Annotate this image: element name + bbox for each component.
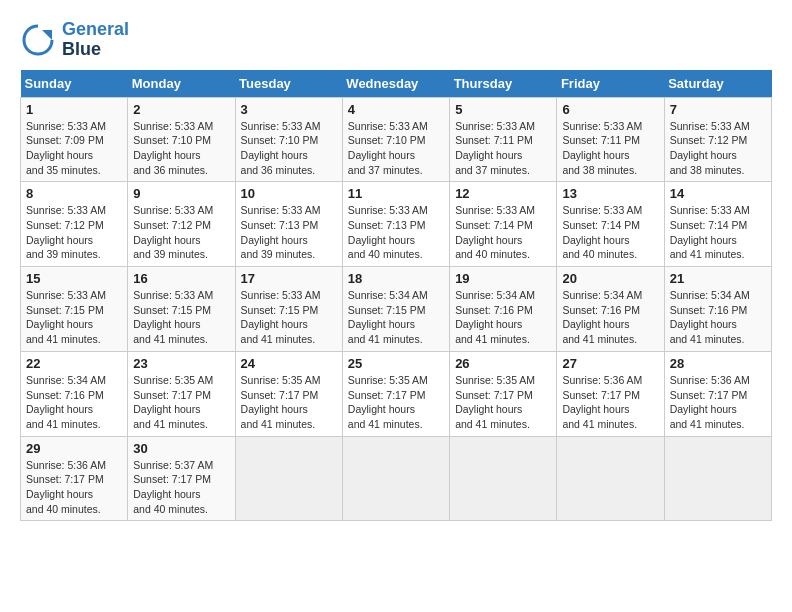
calendar-cell: 27 Sunrise: 5:36 AM Sunset: 7:17 PM Dayl… (557, 351, 664, 436)
day-info: Sunrise: 5:34 AM Sunset: 7:15 PM Dayligh… (348, 288, 444, 347)
day-number: 16 (133, 271, 229, 286)
day-info: Sunrise: 5:33 AM Sunset: 7:15 PM Dayligh… (241, 288, 337, 347)
day-info: Sunrise: 5:33 AM Sunset: 7:14 PM Dayligh… (455, 203, 551, 262)
calendar-cell: 6 Sunrise: 5:33 AM Sunset: 7:11 PM Dayli… (557, 97, 664, 182)
logo-text: GeneralBlue (62, 20, 129, 60)
day-info: Sunrise: 5:34 AM Sunset: 7:16 PM Dayligh… (455, 288, 551, 347)
day-info: Sunrise: 5:33 AM Sunset: 7:15 PM Dayligh… (133, 288, 229, 347)
day-info: Sunrise: 5:33 AM Sunset: 7:14 PM Dayligh… (670, 203, 766, 262)
day-info: Sunrise: 5:33 AM Sunset: 7:10 PM Dayligh… (348, 119, 444, 178)
weekday-header-friday: Friday (557, 70, 664, 98)
calendar-cell: 15 Sunrise: 5:33 AM Sunset: 7:15 PM Dayl… (21, 267, 128, 352)
weekday-header-monday: Monday (128, 70, 235, 98)
calendar-cell: 2 Sunrise: 5:33 AM Sunset: 7:10 PM Dayli… (128, 97, 235, 182)
day-number: 3 (241, 102, 337, 117)
day-number: 5 (455, 102, 551, 117)
day-info: Sunrise: 5:35 AM Sunset: 7:17 PM Dayligh… (348, 373, 444, 432)
day-number: 10 (241, 186, 337, 201)
day-info: Sunrise: 5:33 AM Sunset: 7:13 PM Dayligh… (348, 203, 444, 262)
calendar-cell: 25 Sunrise: 5:35 AM Sunset: 7:17 PM Dayl… (342, 351, 449, 436)
calendar-cell: 12 Sunrise: 5:33 AM Sunset: 7:14 PM Dayl… (450, 182, 557, 267)
day-info: Sunrise: 5:33 AM Sunset: 7:12 PM Dayligh… (670, 119, 766, 178)
day-number: 14 (670, 186, 766, 201)
day-number: 28 (670, 356, 766, 371)
calendar-cell: 24 Sunrise: 5:35 AM Sunset: 7:17 PM Dayl… (235, 351, 342, 436)
calendar-cell (450, 436, 557, 521)
day-info: Sunrise: 5:33 AM Sunset: 7:10 PM Dayligh… (241, 119, 337, 178)
day-info: Sunrise: 5:35 AM Sunset: 7:17 PM Dayligh… (455, 373, 551, 432)
calendar-cell: 22 Sunrise: 5:34 AM Sunset: 7:16 PM Dayl… (21, 351, 128, 436)
calendar-cell: 29 Sunrise: 5:36 AM Sunset: 7:17 PM Dayl… (21, 436, 128, 521)
calendar-cell: 4 Sunrise: 5:33 AM Sunset: 7:10 PM Dayli… (342, 97, 449, 182)
calendar-cell: 21 Sunrise: 5:34 AM Sunset: 7:16 PM Dayl… (664, 267, 771, 352)
day-number: 23 (133, 356, 229, 371)
calendar-cell: 28 Sunrise: 5:36 AM Sunset: 7:17 PM Dayl… (664, 351, 771, 436)
calendar-cell: 19 Sunrise: 5:34 AM Sunset: 7:16 PM Dayl… (450, 267, 557, 352)
day-number: 26 (455, 356, 551, 371)
calendar-cell: 20 Sunrise: 5:34 AM Sunset: 7:16 PM Dayl… (557, 267, 664, 352)
calendar-week-3: 15 Sunrise: 5:33 AM Sunset: 7:15 PM Dayl… (21, 267, 772, 352)
calendar-cell: 11 Sunrise: 5:33 AM Sunset: 7:13 PM Dayl… (342, 182, 449, 267)
day-info: Sunrise: 5:37 AM Sunset: 7:17 PM Dayligh… (133, 458, 229, 517)
weekday-header-sunday: Sunday (21, 70, 128, 98)
day-number: 24 (241, 356, 337, 371)
day-info: Sunrise: 5:34 AM Sunset: 7:16 PM Dayligh… (562, 288, 658, 347)
day-info: Sunrise: 5:33 AM Sunset: 7:14 PM Dayligh… (562, 203, 658, 262)
day-number: 19 (455, 271, 551, 286)
calendar-cell (342, 436, 449, 521)
day-info: Sunrise: 5:33 AM Sunset: 7:13 PM Dayligh… (241, 203, 337, 262)
calendar-cell (557, 436, 664, 521)
day-info: Sunrise: 5:34 AM Sunset: 7:16 PM Dayligh… (670, 288, 766, 347)
calendar-table: SundayMondayTuesdayWednesdayThursdayFrid… (20, 70, 772, 522)
day-info: Sunrise: 5:33 AM Sunset: 7:10 PM Dayligh… (133, 119, 229, 178)
day-info: Sunrise: 5:35 AM Sunset: 7:17 PM Dayligh… (241, 373, 337, 432)
calendar-cell (664, 436, 771, 521)
calendar-cell: 30 Sunrise: 5:37 AM Sunset: 7:17 PM Dayl… (128, 436, 235, 521)
calendar-cell: 9 Sunrise: 5:33 AM Sunset: 7:12 PM Dayli… (128, 182, 235, 267)
day-number: 27 (562, 356, 658, 371)
day-info: Sunrise: 5:36 AM Sunset: 7:17 PM Dayligh… (562, 373, 658, 432)
calendar-cell: 18 Sunrise: 5:34 AM Sunset: 7:15 PM Dayl… (342, 267, 449, 352)
day-info: Sunrise: 5:33 AM Sunset: 7:11 PM Dayligh… (455, 119, 551, 178)
calendar-cell: 1 Sunrise: 5:33 AM Sunset: 7:09 PM Dayli… (21, 97, 128, 182)
day-number: 20 (562, 271, 658, 286)
day-info: Sunrise: 5:33 AM Sunset: 7:11 PM Dayligh… (562, 119, 658, 178)
day-info: Sunrise: 5:33 AM Sunset: 7:09 PM Dayligh… (26, 119, 122, 178)
logo: GeneralBlue (20, 20, 129, 60)
calendar-week-5: 29 Sunrise: 5:36 AM Sunset: 7:17 PM Dayl… (21, 436, 772, 521)
day-number: 1 (26, 102, 122, 117)
day-number: 29 (26, 441, 122, 456)
day-number: 21 (670, 271, 766, 286)
svg-marker-1 (42, 30, 52, 40)
day-number: 7 (670, 102, 766, 117)
day-number: 2 (133, 102, 229, 117)
calendar-cell: 10 Sunrise: 5:33 AM Sunset: 7:13 PM Dayl… (235, 182, 342, 267)
day-number: 4 (348, 102, 444, 117)
calendar-cell: 17 Sunrise: 5:33 AM Sunset: 7:15 PM Dayl… (235, 267, 342, 352)
day-number: 18 (348, 271, 444, 286)
day-info: Sunrise: 5:34 AM Sunset: 7:16 PM Dayligh… (26, 373, 122, 432)
logo-icon (20, 22, 56, 58)
day-info: Sunrise: 5:36 AM Sunset: 7:17 PM Dayligh… (670, 373, 766, 432)
day-number: 12 (455, 186, 551, 201)
calendar-cell: 13 Sunrise: 5:33 AM Sunset: 7:14 PM Dayl… (557, 182, 664, 267)
calendar-week-2: 8 Sunrise: 5:33 AM Sunset: 7:12 PM Dayli… (21, 182, 772, 267)
calendar-cell: 8 Sunrise: 5:33 AM Sunset: 7:12 PM Dayli… (21, 182, 128, 267)
calendar-cell: 14 Sunrise: 5:33 AM Sunset: 7:14 PM Dayl… (664, 182, 771, 267)
weekday-header-tuesday: Tuesday (235, 70, 342, 98)
calendar-cell: 16 Sunrise: 5:33 AM Sunset: 7:15 PM Dayl… (128, 267, 235, 352)
calendar-cell: 23 Sunrise: 5:35 AM Sunset: 7:17 PM Dayl… (128, 351, 235, 436)
day-info: Sunrise: 5:36 AM Sunset: 7:17 PM Dayligh… (26, 458, 122, 517)
day-number: 11 (348, 186, 444, 201)
calendar-week-4: 22 Sunrise: 5:34 AM Sunset: 7:16 PM Dayl… (21, 351, 772, 436)
day-number: 9 (133, 186, 229, 201)
weekday-header-thursday: Thursday (450, 70, 557, 98)
day-info: Sunrise: 5:35 AM Sunset: 7:17 PM Dayligh… (133, 373, 229, 432)
day-number: 13 (562, 186, 658, 201)
weekday-header-wednesday: Wednesday (342, 70, 449, 98)
day-number: 15 (26, 271, 122, 286)
day-info: Sunrise: 5:33 AM Sunset: 7:12 PM Dayligh… (133, 203, 229, 262)
day-number: 8 (26, 186, 122, 201)
calendar-cell: 7 Sunrise: 5:33 AM Sunset: 7:12 PM Dayli… (664, 97, 771, 182)
calendar-cell: 3 Sunrise: 5:33 AM Sunset: 7:10 PM Dayli… (235, 97, 342, 182)
